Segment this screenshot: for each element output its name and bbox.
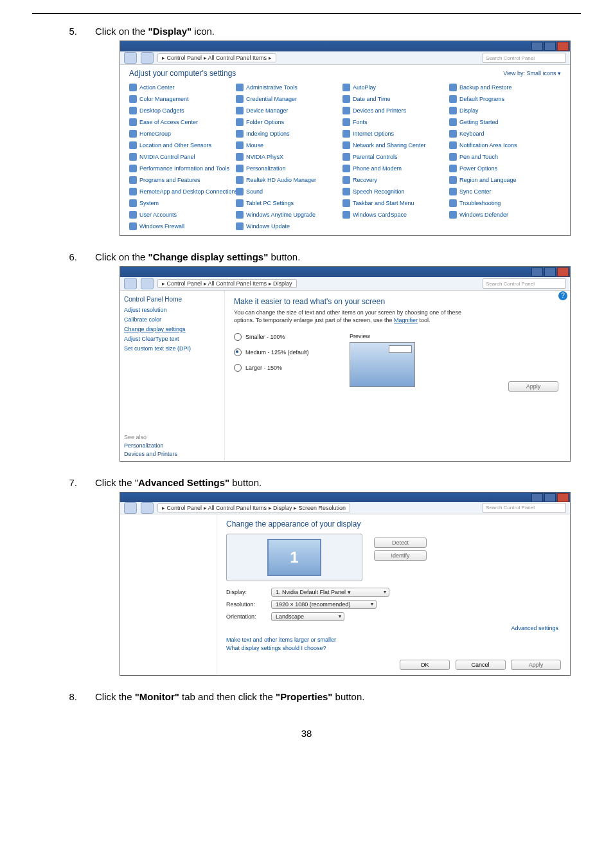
control-panel-item[interactable]: Device Manager — [236, 106, 342, 114]
control-panel-item[interactable]: NVIDIA Control Panel — [129, 152, 236, 161]
control-panel-item[interactable]: Recovery — [342, 176, 449, 184]
control-panel-item[interactable]: System — [129, 199, 236, 207]
radio-smaller[interactable]: Smaller - 100% — [234, 333, 350, 341]
control-panel-item[interactable]: Fonts — [342, 118, 449, 126]
sidebar-link-devices-printers[interactable]: Devices and Printers — [124, 451, 177, 457]
control-panel-item[interactable]: Sound — [236, 187, 342, 195]
control-panel-item[interactable]: HomeGroup — [129, 129, 236, 138]
minimize-icon[interactable] — [531, 267, 543, 276]
control-panel-item[interactable]: Location and Other Sensors — [129, 141, 236, 149]
sidebar-link-adjust-resolution[interactable]: Adjust resolution — [124, 307, 220, 313]
sidebar-link-calibrate-color[interactable]: Calibrate color — [124, 316, 220, 323]
view-by-select[interactable]: View by: Small icons ▾ — [503, 70, 561, 77]
cancel-button[interactable]: Cancel — [456, 660, 506, 670]
maximize-icon[interactable] — [544, 42, 556, 51]
control-panel-item[interactable]: RemoteApp and Desktop Connections — [129, 187, 236, 195]
search-input[interactable]: Search Control Panel — [483, 278, 566, 289]
control-panel-item[interactable]: Color Management — [129, 95, 236, 103]
monitor-preview-box[interactable]: 1 — [226, 534, 362, 581]
control-panel-item[interactable]: Notification Area Icons — [449, 141, 556, 149]
control-panel-item[interactable]: Windows Update — [236, 222, 342, 230]
close-icon[interactable] — [557, 493, 569, 502]
apply-button[interactable]: Apply — [511, 660, 561, 670]
control-panel-item[interactable]: Performance Information and Tools — [129, 164, 236, 172]
control-panel-item[interactable]: Network and Sharing Center — [342, 141, 449, 149]
radio-larger[interactable]: Larger - 150% — [234, 364, 350, 372]
magnifier-link[interactable]: Magnifier — [394, 317, 418, 323]
control-panel-item[interactable]: Taskbar and Start Menu — [342, 199, 449, 207]
close-icon[interactable] — [557, 267, 569, 276]
ok-button[interactable]: OK — [400, 660, 450, 670]
maximize-icon[interactable] — [544, 267, 556, 276]
item-icon — [449, 188, 457, 195]
radio-medium[interactable]: Medium - 125% (default) — [234, 348, 350, 356]
control-panel-item[interactable]: Display — [449, 106, 556, 114]
control-panel-item[interactable] — [342, 222, 449, 230]
identify-button[interactable]: Identify — [374, 550, 427, 561]
control-panel-item[interactable]: Mouse — [236, 141, 342, 149]
advanced-settings-link[interactable]: Advanced settings — [226, 625, 558, 631]
control-panel-item[interactable]: NVIDIA PhysX — [236, 152, 342, 161]
nav-back-icon[interactable] — [124, 502, 137, 514]
link-which-settings[interactable]: What display settings should I choose? — [226, 645, 561, 651]
control-panel-item[interactable]: Parental Controls — [342, 152, 449, 161]
control-panel-item[interactable]: Power Options — [449, 164, 556, 172]
control-panel-item[interactable]: Indexing Options — [236, 129, 342, 138]
control-panel-item[interactable]: Getting Started — [449, 118, 556, 126]
sidebar-link-cleartype[interactable]: Adjust ClearType text — [124, 336, 220, 342]
close-icon[interactable] — [557, 42, 569, 51]
control-panel-item[interactable]: Speech Recognition — [342, 187, 449, 195]
control-panel-item[interactable]: Backup and Restore — [449, 83, 556, 91]
minimize-icon[interactable] — [531, 42, 543, 51]
control-panel-item[interactable]: Sync Center — [449, 187, 556, 195]
control-panel-item[interactable]: Desktop Gadgets — [129, 106, 236, 114]
control-panel-item[interactable]: Credential Manager — [236, 95, 342, 103]
control-panel-item[interactable]: Windows Defender — [449, 210, 556, 219]
control-panel-item[interactable]: Pen and Touch — [449, 152, 556, 161]
control-panel-item[interactable]: AutoPlay — [342, 83, 449, 91]
control-panel-item[interactable]: Action Center — [129, 83, 236, 91]
control-panel-item[interactable]: Realtek HD Audio Manager — [236, 176, 342, 184]
nav-back-icon[interactable] — [124, 52, 137, 64]
control-panel-item[interactable]: Programs and Features — [129, 176, 236, 184]
breadcrumb[interactable]: ▸ Control Panel ▸ All Control Panel Item… — [157, 53, 276, 62]
control-panel-item[interactable]: Troubleshooting — [449, 199, 556, 207]
sidebar-link-change-display-settings[interactable]: Change display settings — [124, 326, 220, 332]
control-panel-item[interactable] — [449, 222, 556, 230]
control-panel-item[interactable]: Phone and Modem — [342, 164, 449, 172]
control-panel-item[interactable]: Internet Options — [342, 129, 449, 138]
control-panel-item[interactable]: Windows Firewall — [129, 222, 236, 230]
nav-forward-icon[interactable] — [141, 52, 154, 64]
control-panel-item[interactable]: Windows Anytime Upgrade — [236, 210, 342, 219]
control-panel-item[interactable]: Tablet PC Settings — [236, 199, 342, 207]
sidebar-link-custom-dpi[interactable]: Set custom text size (DPI) — [124, 345, 220, 352]
control-panel-item[interactable]: Region and Language — [449, 176, 556, 184]
nav-forward-icon[interactable] — [141, 502, 154, 514]
control-panel-item[interactable]: Windows CardSpace — [342, 210, 449, 219]
search-input[interactable]: Search Control Panel — [483, 53, 566, 63]
control-panel-item[interactable]: Folder Options — [236, 118, 342, 126]
sidebar-home-link[interactable]: Control Panel Home — [124, 296, 220, 303]
control-panel-item[interactable]: Administrative Tools — [236, 83, 342, 91]
link-make-text-larger[interactable]: Make text and other items larger or smal… — [226, 637, 561, 643]
control-panel-item[interactable]: Keyboard — [449, 129, 556, 138]
control-panel-item[interactable]: Default Programs — [449, 95, 556, 103]
maximize-icon[interactable] — [544, 493, 556, 502]
resolution-select[interactable]: 1920 × 1080 (recommended) — [271, 600, 377, 609]
control-panel-item[interactable]: User Accounts — [129, 210, 236, 219]
breadcrumb[interactable]: ▸ Control Panel ▸ All Control Panel Item… — [157, 503, 350, 512]
breadcrumb[interactable]: ▸ Control Panel ▸ All Control Panel Item… — [157, 279, 297, 288]
orientation-select[interactable]: Landscape — [271, 612, 344, 621]
search-input[interactable]: Search Control Panel — [483, 503, 566, 513]
control-panel-item[interactable]: Ease of Access Center — [129, 118, 236, 126]
minimize-icon[interactable] — [531, 493, 543, 502]
nav-back-icon[interactable] — [124, 278, 137, 289]
nav-forward-icon[interactable] — [141, 278, 154, 289]
control-panel-item[interactable]: Date and Time — [342, 95, 449, 103]
detect-button[interactable]: Detect — [374, 538, 427, 548]
control-panel-item[interactable]: Personalization — [236, 164, 342, 172]
apply-button[interactable]: Apply — [508, 381, 558, 392]
sidebar-link-personalization[interactable]: Personalization — [124, 442, 177, 449]
control-panel-item[interactable]: Devices and Printers — [342, 106, 449, 114]
display-select[interactable]: 1. Nvidia Default Flat Panel ▾ — [271, 588, 389, 597]
